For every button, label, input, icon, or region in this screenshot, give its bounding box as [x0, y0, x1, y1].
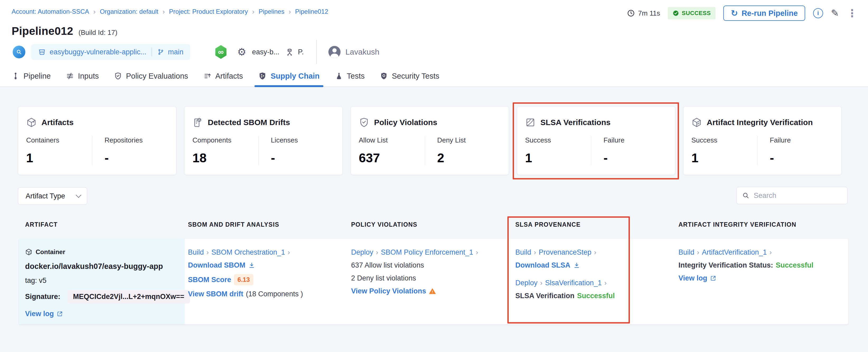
- stat-value: 1: [691, 151, 757, 165]
- status-badge: SUCCESS: [668, 7, 715, 19]
- code-repo-icon: [13, 46, 25, 58]
- header-actions: 7m 11s SUCCESS ↻ Re-run Pipeline i ✎ ⋮: [627, 5, 858, 22]
- tab-supply-chain[interactable]: Supply Chain: [258, 65, 319, 87]
- chevron-right-icon: ›: [594, 248, 596, 256]
- branch-name: main: [168, 48, 184, 56]
- build-id: (Build Id: 17): [79, 29, 117, 37]
- sbom-score-link[interactable]: SBOM Score: [188, 276, 231, 284]
- stage-link[interactable]: Build: [678, 248, 694, 256]
- meta-divider: [316, 40, 317, 64]
- view-sbom-drift-link[interactable]: View SBOM drift: [188, 290, 243, 298]
- stage-link[interactable]: Build: [188, 248, 204, 256]
- repository-icon: [38, 48, 46, 56]
- search-input[interactable]: [754, 192, 847, 200]
- gear-icon: ⚙: [237, 47, 246, 57]
- allow-list-violations: 637 Allow list violations: [351, 261, 424, 269]
- chevron-right-icon: ›: [93, 8, 96, 15]
- rerun-pipeline-button[interactable]: ↻ Re-run Pipeline: [723, 5, 805, 21]
- repo-branch-pill[interactable]: easybuggy-vulnerable-applic... main: [31, 44, 190, 60]
- search-icon: [742, 192, 749, 199]
- download-icon[interactable]: [248, 262, 255, 269]
- stage-link[interactable]: Deploy: [351, 248, 373, 256]
- refresh-icon: ↻: [731, 9, 738, 18]
- view-log-link[interactable]: View log: [25, 310, 54, 318]
- chevron-right-icon: ›: [604, 279, 607, 287]
- stage-link[interactable]: Deploy: [515, 279, 537, 287]
- tab-policy-evaluations[interactable]: Policy Evaluations: [114, 65, 188, 87]
- title-row: Pipeline012 (Build Id: 17): [11, 25, 118, 37]
- breadcrumb-pipeline012[interactable]: Pipeline012: [295, 8, 328, 15]
- table-header-row: ARTIFACT SBOM AND DRIFT ANALYSIS POLICY …: [19, 221, 848, 228]
- edit-pipeline-icon[interactable]: ✎: [831, 8, 839, 18]
- chevron-right-icon: ›: [252, 8, 254, 15]
- step-link[interactable]: SBOM Policy Enforcement_1: [381, 248, 473, 256]
- stage-link[interactable]: Build: [515, 248, 531, 256]
- view-log-link[interactable]: View log: [678, 274, 707, 282]
- supply-chain-page: { "breadcrumb": { "items": ["Account: Au…: [0, 0, 868, 352]
- chevron-right-icon: ›: [288, 248, 290, 256]
- download-slsa-link[interactable]: Download SLSA: [515, 261, 570, 269]
- step-link[interactable]: ArtifactVerification_1: [702, 248, 767, 256]
- chevron-right-icon: ›: [207, 248, 209, 256]
- step-link[interactable]: ProvenanceStep: [539, 248, 592, 256]
- supply-chain-shield-icon: [258, 72, 267, 80]
- search-box: [737, 187, 847, 204]
- artifact-type-select[interactable]: Artifact Type: [18, 187, 87, 205]
- shield-check-icon: [359, 117, 369, 128]
- chevron-right-icon: ›: [540, 279, 542, 287]
- view-policy-violations-link[interactable]: View Policy Violations: [351, 287, 426, 295]
- integrity-status-label: Integrity Verification Status:: [678, 261, 773, 269]
- info-icon[interactable]: i: [813, 8, 823, 18]
- signature-label: Signature:: [25, 293, 60, 301]
- download-icon[interactable]: [573, 262, 580, 269]
- trigger-type-icon: [286, 48, 293, 56]
- cell-policy: Deploy › SBOM Policy Enforcement_1 › 637…: [348, 239, 512, 324]
- step-link[interactable]: SlsaVerification_1: [545, 279, 602, 287]
- clock-icon: [627, 9, 635, 17]
- chevron-down-icon: [76, 192, 81, 198]
- breadcrumb-organization[interactable]: Organization: default: [100, 8, 158, 15]
- chevron-right-icon: ›: [770, 248, 772, 256]
- card-policy-violations: Policy Violations Allow List637 Deny Lis…: [350, 106, 509, 175]
- card-title: Artifacts: [41, 118, 74, 127]
- stat-value: -: [603, 151, 675, 165]
- security-shield-icon: [380, 72, 388, 80]
- card-slsa-verifications: SLSA Verifications Success1 Failure-: [517, 106, 675, 175]
- tab-label: Artifacts: [215, 72, 243, 81]
- cell-slsa: Build › ProvenanceStep › Download SLSA D…: [512, 239, 675, 324]
- column-header-policy: POLICY VIOLATIONS: [348, 221, 512, 228]
- tab-tests[interactable]: Tests: [335, 65, 365, 87]
- stat-label: Licenses: [271, 136, 342, 144]
- stat-label: Containers: [26, 136, 92, 144]
- external-link-icon[interactable]: [710, 275, 716, 282]
- tab-label: Pipeline: [24, 72, 51, 81]
- stat-value: 1: [26, 151, 92, 165]
- tab-artifacts[interactable]: Artifacts: [204, 65, 243, 87]
- tab-pipeline[interactable]: Pipeline: [11, 65, 51, 87]
- stat-value: 637: [359, 151, 425, 165]
- tab-inputs[interactable]: Inputs: [66, 65, 99, 87]
- column-header-integrity: ARTIFACT INTEGRITY VERIFICATION: [675, 221, 848, 228]
- integrity-status-value: Successful: [776, 261, 814, 269]
- download-sbom-link[interactable]: Download SBOM: [188, 261, 246, 269]
- sbom-document-icon: [192, 117, 203, 128]
- chevron-right-icon: ›: [376, 248, 378, 256]
- cell-integrity: Build › ArtifactVerification_1 › Integri…: [675, 239, 848, 324]
- breadcrumb-account[interactable]: Account: Automation-SSCA: [11, 8, 89, 15]
- build-duration: 7m 11s: [627, 9, 660, 18]
- slsa-verification-label: SLSA Verification: [515, 292, 575, 300]
- column-header-artifact: ARTIFACT: [19, 221, 185, 228]
- stat-value: 18: [192, 151, 258, 165]
- breadcrumb-pipelines[interactable]: Pipelines: [259, 8, 284, 15]
- tab-security-tests[interactable]: Security Tests: [380, 65, 439, 87]
- tab-label: Policy Evaluations: [126, 72, 188, 81]
- inputs-icon: [66, 72, 74, 80]
- step-link[interactable]: SBOM Orchestration_1: [212, 248, 285, 256]
- breadcrumb-project[interactable]: Project: Product Exploratory: [169, 8, 248, 15]
- card-title: SLSA Verifications: [540, 118, 611, 127]
- cube-barcode-icon: [691, 117, 702, 128]
- external-link-icon[interactable]: [57, 311, 63, 317]
- chevron-right-icon: ›: [163, 8, 165, 15]
- stat-label: Repositories: [104, 136, 176, 144]
- more-options-icon[interactable]: ⋮: [847, 8, 858, 19]
